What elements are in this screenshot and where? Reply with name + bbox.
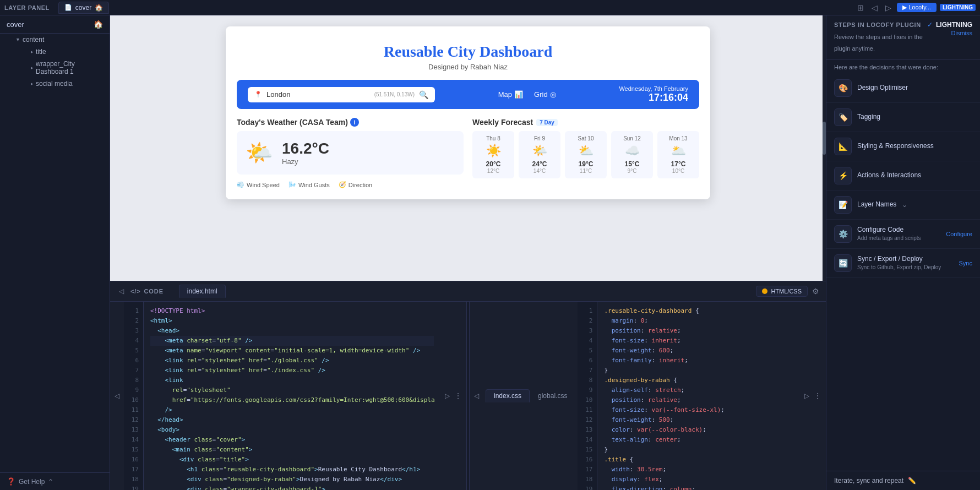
css-line-number: 5 — [578, 346, 597, 356]
code-panel-collapse[interactable]: ◁ — [117, 286, 126, 296]
right-panel-item-actions-&-interactions[interactable]: ⚡ Actions & Interactions — [826, 161, 980, 190]
css-tabs-row: index.css global.css — [483, 302, 578, 490]
code-line: <header class="cover"> — [150, 435, 434, 445]
sync-action-link[interactable]: Sync — [959, 260, 972, 266]
code-line: href="https://fonts.googleapis.com/css2?… — [150, 395, 434, 405]
info-badge: i — [350, 118, 359, 127]
css-nav-right[interactable]: ▷ — [802, 391, 812, 401]
forecast-day-item: Sat 10 ⛅ 19°C 11°C — [565, 131, 607, 178]
weather-details: 💨 Wind Speed 🌬️ Wind Gusts 🧭 Direction — [237, 181, 464, 188]
right-panel-item-sync-/-export-/-deploy[interactable]: 🔄 Sync / Export / Deploy Sync to Github,… — [826, 249, 980, 278]
cover-name: cover — [7, 20, 24, 29]
search-box[interactable]: 📍 London (51.51N, 0.13W) 🔍 — [248, 87, 435, 102]
forecast-weather-icon: 🌥️ — [661, 144, 696, 158]
html-code-content: <!DOCTYPE html><html> <head> <meta chars… — [144, 302, 440, 490]
code-line: <html> — [150, 316, 434, 326]
css-line-number: 7 — [578, 366, 597, 375]
cover-tab[interactable]: 📄 cover 🏠 — [58, 2, 109, 14]
line-number: 6 — [124, 356, 143, 366]
line-number: 14 — [124, 435, 143, 445]
scrollbar-thumb[interactable] — [823, 122, 826, 155]
grid-nav-item[interactable]: Grid ◎ — [534, 90, 556, 99]
css-line-number: 8 — [578, 375, 597, 385]
forecast-low-temp: 12°C — [476, 168, 511, 174]
code-panel: ◁ </> CODE index.html HTML/CSS ⚙ — [110, 281, 826, 490]
css-line-number: 10 — [578, 395, 597, 405]
forecast-high-temp: 24°C — [522, 160, 557, 168]
lang-circle — [762, 288, 767, 294]
publish-button[interactable]: ▶ Locofy... — [897, 3, 937, 12]
get-help-footer[interactable]: ❓ Get Help ⌃ — [0, 472, 110, 490]
right-panel-item-configure-code[interactable]: ⚙️ Configure Code Add meta tags and scri… — [826, 220, 980, 249]
desc-row: Review the steps and fixes in the plugin… — [834, 30, 972, 53]
css-code-line: font-family: inherit; — [604, 356, 793, 366]
map-nav-item[interactable]: Map 📊 — [498, 90, 523, 99]
layer-title-item[interactable]: ▸ title — [11, 46, 110, 58]
right-item-text: Actions & Interactions — [857, 171, 921, 180]
wind-gusts-icon: 🌬️ — [288, 181, 296, 188]
grid-icon-nav: ◎ — [550, 90, 556, 99]
layer-social-item[interactable]: ▸ social media — [11, 78, 110, 90]
lightning-row: ✓ LIGHTNING — [927, 21, 972, 29]
css-code-line: align-self: stretch; — [604, 385, 793, 395]
nav-icon-1[interactable]: ◁ — [869, 2, 880, 13]
line-number: 9 — [124, 385, 143, 395]
line-number: 8 — [124, 375, 143, 385]
css-code-line: position: relative; — [604, 395, 793, 405]
forecast-high-temp: 17°C — [661, 160, 696, 168]
question-icon: ❓ — [7, 477, 15, 486]
weather-temp: 16.2°C — [282, 140, 329, 157]
css-line-numbers: 1234567891011121314151617181920 — [578, 302, 597, 490]
css-code-line: font-size: inherit; — [604, 336, 793, 346]
css-nav-left[interactable]: ◁ — [472, 391, 481, 401]
layer-content-group[interactable]: ▼ content — [4, 34, 110, 46]
code-line: <main class="content"> — [150, 445, 434, 455]
forecast-day-item: Thu 8 ☀️ 20°C 12°C — [472, 131, 514, 178]
css-code-line: position: relative; — [604, 326, 793, 336]
grid-icon[interactable]: ⊞ — [855, 2, 866, 13]
dashboard-preview: Reusable City Dashboard Designed by Raba… — [226, 26, 710, 199]
forecast-weather-icon: ⛅ — [568, 144, 603, 158]
forecast-day-label: Fri 9 — [522, 135, 557, 141]
css-line-number: 4 — [578, 336, 597, 346]
css-options[interactable]: ⋮ — [812, 390, 824, 401]
right-item-label: Configure Code — [857, 226, 921, 235]
collapse-arrow-icon[interactable]: ⌄ — [902, 201, 907, 209]
forecast-weather-icon: ☀️ — [476, 144, 511, 158]
search-city-text: London — [266, 90, 370, 99]
layer-wrapper-item[interactable]: ▸ wrapper_City Dashboard 1 — [11, 58, 110, 78]
settings-icon[interactable]: ⚙ — [812, 287, 819, 296]
right-item-label: Actions & Interactions — [857, 171, 921, 180]
css-tab-global[interactable]: global.css — [530, 389, 575, 402]
configure-action-link[interactable]: Configure — [946, 231, 972, 237]
code-line: <meta name="viewport" content="initial-s… — [150, 346, 434, 356]
dismiss-button[interactable]: Dismiss — [951, 30, 973, 36]
right-panel-item-tagging[interactable]: 🏷️ Tagging — [826, 103, 980, 132]
search-icon[interactable]: 🔍 — [419, 90, 428, 99]
css-tab-index[interactable]: index.css — [486, 389, 530, 402]
css-code-content: .reusable-city-dashboard { margin: 0; po… — [597, 302, 800, 490]
html-nav-right[interactable]: ▷ — [443, 391, 452, 401]
weather-section: Today's Weather (CASA Team) i 🌤️ 16.2°C … — [237, 118, 464, 188]
center-area: Reusable City Dashboard Designed by Raba… — [110, 15, 826, 490]
right-panel-footer[interactable]: Iterate, sync and repeat ✏️ — [826, 471, 980, 490]
css-pane-nav-right: ▷ ⋮ — [800, 302, 826, 490]
line-number: 15 — [124, 445, 143, 455]
right-panel-item-design-optimiser[interactable]: 🎨 Design Optimiser — [826, 74, 980, 103]
nav-icon-2[interactable]: ▷ — [883, 2, 894, 13]
css-line-number: 3 — [578, 326, 597, 336]
html-options[interactable]: ⋮ — [452, 390, 464, 401]
code-line: <body> — [150, 425, 434, 435]
forecast-low-temp: 9°C — [614, 168, 650, 174]
right-panel-item-styling-&-responsiveness[interactable]: 📐 Styling & Responsiveness — [826, 132, 980, 161]
layer-tree: ▼ content ▸ title ▸ wrapper_City Dashboa… — [0, 34, 110, 90]
html-nav-left[interactable]: ◁ — [112, 391, 122, 401]
css-line-number: 13 — [578, 425, 597, 435]
right-panel-item-layer-names[interactable]: 📝 Layer Names ⌄ — [826, 190, 980, 220]
weather-card: 🌤️ 16.2°C Hazy — [237, 131, 464, 175]
get-help-label: Get Help — [19, 478, 45, 486]
forecast-high-temp: 19°C — [568, 160, 603, 168]
css-line-number: 6 — [578, 356, 597, 366]
right-item-icon: ⚡ — [834, 167, 852, 184]
html-tab[interactable]: index.html — [179, 285, 226, 298]
